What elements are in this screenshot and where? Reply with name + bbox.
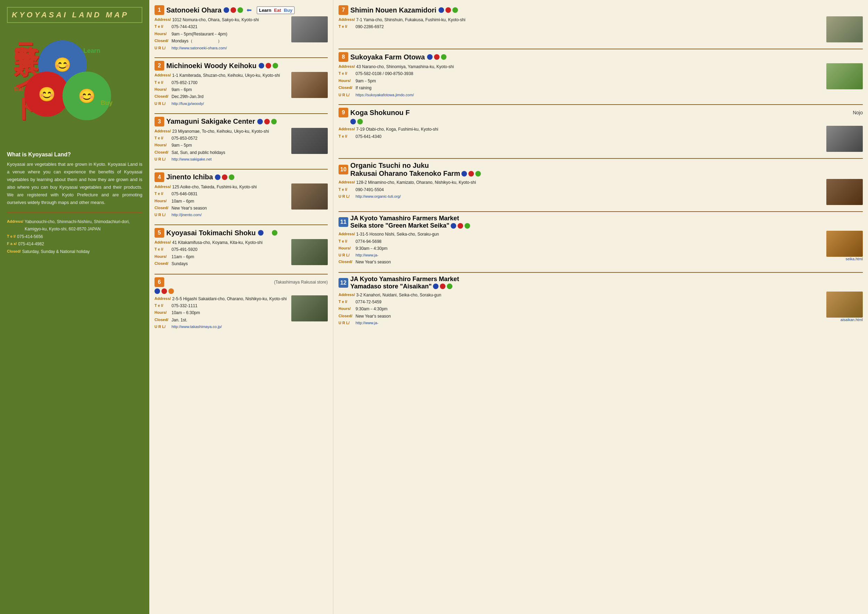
location-photo-4 [291,183,328,210]
dots-7 [439,7,458,13]
closed-val-5: Sundays [172,260,188,267]
location-name-10b: Rakusai Oharano Takenoko Farm [350,169,460,177]
dot-red-10 [468,171,474,177]
loc6-note: (Takashimaya Rakusai store) [274,280,328,284]
location-photo-3 [291,128,328,154]
hours-label-11: Hours/ [338,245,354,252]
closed-val-6: Jan. 1st. [172,317,187,323]
location-details-9: Address/7-19 Otabi-cho, Koga, Fushimi-ku… [338,126,823,152]
contact-tel-row: T e l/ 075-414-5656 [7,233,143,241]
contact-section: Address/ Yabunouchi-cho, Shinmachi-Nishi… [7,218,143,256]
dot-red-8 [434,54,440,60]
divider-1 [7,212,143,213]
location-details-8: Address/43 Narano-cho, Shinomiya, Yamash… [338,63,823,98]
dot-blue-11 [451,223,456,229]
location-header-7: 7 Shimin Nouen Kazamidori [338,5,863,15]
dot-blue-12 [433,284,439,289]
tel-val-7: 090-2286-6972 [355,23,384,30]
tel-label-3: T e l/ [155,135,170,142]
url-val-8[interactable]: https://sukoyakafotowa.jimdo.com/ [355,92,414,98]
location-name-12a: JA Kyoto Yamashiro Farmers Market [350,275,459,283]
dots-10 [462,171,481,177]
right-panel: 7 Shimin Nouen Kazamidori Address/7-1 Ya… [333,0,868,614]
url-val-12[interactable]: http://www.ja- [355,320,378,326]
location-name-8: Sukoyaka Farm Otowa [350,53,425,61]
dot-red-7 [445,7,451,13]
closed-label-8: Closed/ [338,84,354,92]
location-details-1: Address/1012 Nomura-cho, Ohara, Sakyo-ku… [155,16,288,51]
addr-label-9: Address/ [338,126,355,133]
url-val-1[interactable]: http://www.satonoeki-ohara.com/ [172,45,227,51]
aisaikan-html-link[interactable]: aisaikan.html [840,318,863,322]
addr-label-3: Address/ [155,128,171,135]
addr-val-7: 7-1 Yama-cho, Shinshuin, Fukakusa, Fushi… [356,16,465,23]
url-val-6[interactable]: http://www.takashimaya.co.jp/ [172,323,222,330]
addr-val-10: 128-2 Minamino-cho, Kamizato, Oharano, N… [356,179,476,186]
addr-label-11: Address/ [338,231,355,238]
location-body-8: Address/43 Narano-cho, Shinomiya, Yamash… [338,63,863,98]
location-card-9: 9 Koga Shokunou F Nojo Address/7-19 Otab… [338,108,863,152]
tel-val-10: 090-7491-5504 [355,186,384,193]
addr-val-1: 1012 Nomura-cho, Ohara, Sakyo-ku, Kyoto-… [172,16,259,23]
url-val-4[interactable]: http://jinento.com/ [172,211,202,218]
url-label-1: U R L/ [155,45,170,51]
tel-label-6: T e l/ [155,302,170,309]
hours-val-12: 9:30am－4:30pm [355,305,388,312]
learn-eat-buy-badge[interactable]: Learn Eat Buy [257,6,295,14]
tel-val-11: 0774-94-5698 [355,238,381,245]
dot-green-10 [475,171,481,177]
hours-label-8: Hours/ [338,78,354,84]
closed-val-12: New Year's season [355,313,391,320]
url-val-11[interactable]: http://www.ja- [355,252,378,258]
dot-green-2 [273,63,278,68]
location-photo-12 [826,292,863,318]
location-num-8: 8 [338,52,348,62]
hours-val-2: 9am－6pm [172,86,192,93]
url-label-8: U R L/ [338,92,354,98]
location-name-11b: Seika store "Green Market Seika" [350,222,449,229]
location-name-12b: Yamadaso store "Aisaikan" [350,283,432,290]
closed-label-6: Closed/ [155,317,170,323]
location-details-6: Address/2-5-5 Higashi Sakaidani-cho, Oha… [155,295,288,330]
location-num-6: 6 [155,277,164,287]
location-num-11: 11 [338,217,348,227]
dot-green-8 [441,54,446,60]
location-details-10: Address/128-2 Minamino-cho, Kamizato, Oh… [338,179,823,205]
location-header-4: 4 Jinento Ichiba [155,173,328,182]
url-val-10[interactable]: http://www.organic-tuti.org/ [355,193,401,200]
tel-val-2: 075-852-1700 [172,79,198,86]
tel-val-4: 075-646-0831 [172,190,198,197]
dots-4 [215,174,234,180]
label-learn: Learn [83,47,100,54]
addr-label-2: Address/ [155,72,171,79]
dots-1 [223,7,243,13]
location-card-3: 3 Yamaguni Sakigake Center Address/23 Mi… [155,117,328,163]
tel-val-8: 075-582-0108 / 090-8750-3938 [355,70,413,77]
dot-orange-6 [168,288,174,294]
url-val-2[interactable]: http://fuw.jp/woody/ [172,100,204,107]
left-panel: KYOYASAI LAND MAP 京野菜ランド 😊 😊 😊 Learn Eat… [0,0,149,614]
hours-val-1: 9am－5pm(Restaurant－4pm) [172,31,228,37]
tel-val-9: 075-641-4340 [355,133,381,140]
addr-label-8: Address/ [338,63,355,70]
badge-buy: Buy [282,7,294,14]
loc10-names: Organic Tsuchi no Juku Rakusai Oharano T… [350,162,481,177]
seika-html-link[interactable]: seika.html [845,257,863,261]
closed-label-11: Closed/ [338,258,354,266]
tel-val-12: 0774-72-5459 [355,298,381,305]
location-name-10a: Organic Tsuchi no Juku [350,162,481,169]
closed-label-contact: Closed/ [7,248,21,256]
location-header-3: 3 Yamaguni Sakigake Center [155,117,328,126]
url-val-3[interactable]: http://www.sakigake.net [172,156,212,163]
location-name-9: Koga Shokunou F [350,109,410,117]
addr-val-9: 7-19 Otabi-cho, Koga, Fushimi-ku, Kyoto-… [356,126,438,133]
location-card-6: 6 (Takashimaya Rakusai store) Address/2-… [155,277,328,330]
location-card-11: 11 JA Kyoto Yamashiro Farmers Market Sei… [338,215,863,266]
location-body-6: Address/2-5-5 Higashi Sakaidani-cho, Oha… [155,295,328,330]
location-body-1: Address/1012 Nomura-cho, Ohara, Sakyo-ku… [155,16,328,51]
hours-label-3: Hours/ [155,142,170,149]
tel-label-8: T e l/ [338,70,354,77]
location-body-3: Address/23 Miyanomae, To-cho, Keihoku, U… [155,128,328,163]
divider-loc-8 [338,104,863,105]
location-header-5: 5 Kyoyasai Tokimachi Shoku [155,228,328,238]
